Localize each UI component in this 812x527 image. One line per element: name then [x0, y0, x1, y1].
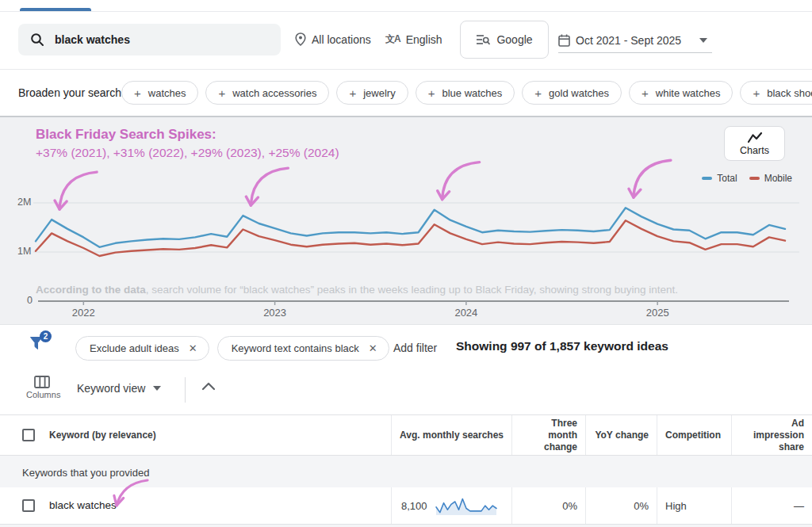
showing-results-text: Showing 997 of 1,857 keyword ideas: [456, 339, 668, 353]
filter-chip-keyword-contains[interactable]: Keyword text contains black ✕: [217, 336, 389, 361]
filter-funnel-button[interactable]: 2: [29, 334, 52, 358]
three-month-change-cell: 0%: [511, 487, 585, 524]
sparkline-chart: [434, 494, 499, 517]
header-competition[interactable]: Competition: [657, 415, 731, 455]
row-checkbox[interactable]: [22, 499, 35, 512]
legend-total: Total: [702, 173, 737, 184]
plus-icon: +: [134, 86, 141, 100]
mobile-series-swatch: [749, 177, 760, 180]
filter-row: 2 Exclude adult ideas ✕ Keyword text con…: [0, 325, 812, 371]
translate-icon: 文A: [385, 32, 400, 46]
svg-text:2024: 2024: [454, 307, 477, 319]
legend-mobile-label: Mobile: [764, 173, 792, 184]
network-label: Google: [496, 33, 532, 46]
avg-monthly-searches-cell: 8,100: [391, 487, 511, 524]
keyword-search-input[interactable]: black watches: [18, 24, 281, 55]
ad-impression-share-cell: —: [731, 487, 812, 524]
date-range-control[interactable]: Oct 2021 - Sept 2025: [558, 31, 712, 53]
broaden-chip-white-watches[interactable]: +white watches: [629, 81, 733, 105]
table-toolbar: Columns Keyword view: [0, 371, 812, 414]
toolbar-divider: [185, 377, 186, 403]
search-controls-row: black watches All locations 文A English G…: [0, 12, 812, 70]
competition-cell: High: [657, 487, 731, 524]
keyword-group-band: Keywords that you provided: [0, 456, 812, 487]
plus-icon: +: [349, 86, 356, 100]
broaden-search-row: Broaden your search: +watches +watch acc…: [0, 70, 812, 117]
language-label: English: [406, 33, 442, 46]
broaden-chip-watch-accessories[interactable]: +watch accessories: [205, 81, 329, 105]
keyword-planner-page: black watches All locations 文A English G…: [0, 0, 812, 527]
charts-button[interactable]: Charts: [724, 126, 785, 161]
group-label: Keywords that you provided: [22, 467, 149, 479]
trend-chart-section: 2022202320242025 Black Friday Search Spi…: [0, 117, 812, 325]
header-ad-impression-share[interactable]: Ad impression share: [731, 415, 812, 455]
keyword-cell: black watches: [49, 499, 117, 511]
table-row[interactable]: black watches 8,100 0% 0% High —: [0, 487, 812, 525]
legend-mobile: Mobile: [749, 173, 792, 184]
close-icon[interactable]: ✕: [369, 342, 377, 354]
plus-icon: +: [753, 86, 760, 100]
line-chart-icon: [747, 132, 763, 143]
svg-text:2025: 2025: [646, 307, 669, 319]
broaden-chip-black-shoe[interactable]: +black shoe: [740, 81, 812, 105]
annotation-title: Black Friday Search Spikes:: [36, 127, 216, 143]
filter-chips: Exclude adult ideas ✕ Keyword text conta…: [75, 336, 389, 361]
y-axis-label-2m: 2M: [17, 197, 31, 208]
columns-label: Columns: [26, 390, 58, 399]
chip-label: watch accessories: [232, 87, 316, 99]
broaden-chip-gold-watches[interactable]: +gold watches: [522, 81, 622, 105]
annotation-subtitle: +37% (2021), +31% (2022), +29% (2023), +…: [36, 146, 339, 160]
filter-count-badge: 2: [40, 330, 52, 342]
collapse-chart-button[interactable]: [201, 381, 216, 391]
chip-label: blue watches: [442, 87, 502, 99]
chevron-down-icon: [153, 386, 161, 391]
location-pin-icon: [295, 32, 306, 46]
search-network-button[interactable]: Google: [460, 21, 549, 59]
chip-label: white watches: [656, 87, 721, 99]
add-filter-button[interactable]: Add filter: [393, 342, 437, 354]
broaden-label: Broaden your search:: [18, 86, 124, 99]
chart-note: According to the data, search volume for…: [36, 284, 726, 296]
broaden-chip-watches[interactable]: +watches: [121, 81, 198, 105]
active-tab-indicator: [20, 8, 91, 11]
columns-button[interactable]: Columns: [26, 376, 58, 399]
broaden-chips: +watches +watch accessories +jewelry +bl…: [121, 81, 812, 105]
broaden-chip-blue-watches[interactable]: +blue watches: [416, 81, 515, 105]
broaden-chip-jewelry[interactable]: +jewelry: [336, 81, 408, 105]
language-control[interactable]: 文A English: [385, 32, 442, 46]
chip-label: black shoe: [767, 87, 812, 99]
keyword-view-dropdown[interactable]: Keyword view: [77, 382, 161, 395]
locations-label: All locations: [312, 33, 371, 46]
date-range-label: Oct 2021 - Sept 2025: [576, 34, 681, 47]
search-network-icon: [476, 33, 490, 46]
chart-note-bold: According to the data: [36, 284, 146, 296]
header-keyword[interactable]: Keyword (by relevance): [0, 415, 391, 455]
chip-label: gold watches: [549, 87, 609, 99]
search-icon: [30, 32, 44, 47]
search-query-text: black watches: [55, 33, 130, 46]
plus-icon: +: [642, 86, 649, 100]
svg-text:2023: 2023: [263, 307, 286, 319]
columns-icon: [34, 376, 50, 388]
close-icon[interactable]: ✕: [189, 342, 197, 354]
keyword-view-label: Keyword view: [77, 382, 145, 395]
y-axis-label-0: 0: [27, 295, 33, 306]
total-series-swatch: [702, 177, 712, 180]
svg-text:2022: 2022: [72, 307, 95, 319]
table-header-row: Keyword (by relevance) Avg. monthly sear…: [0, 414, 812, 456]
chevron-down-icon: [699, 38, 707, 43]
header-three-month-change[interactable]: Three month change: [511, 415, 585, 455]
filter-chip-exclude-adult[interactable]: Exclude adult ideas ✕: [75, 336, 209, 361]
chip-label: jewelry: [363, 87, 395, 99]
avg-searches-value: 8,100: [401, 500, 427, 512]
locations-control[interactable]: All locations: [295, 32, 371, 46]
header-yoy-change[interactable]: YoY change: [585, 415, 657, 455]
chart-note-rest: , search volume for “black watches” peak…: [146, 284, 678, 296]
legend-total-label: Total: [717, 173, 737, 184]
filter-chip-label: Exclude adult ideas: [90, 342, 179, 354]
charts-button-label: Charts: [740, 145, 769, 156]
plus-icon: +: [218, 86, 225, 100]
header-avg-monthly-searches[interactable]: Avg. monthly searches: [391, 415, 511, 455]
yoy-change-cell: 0%: [585, 487, 657, 524]
chevron-up-icon: [201, 381, 216, 391]
